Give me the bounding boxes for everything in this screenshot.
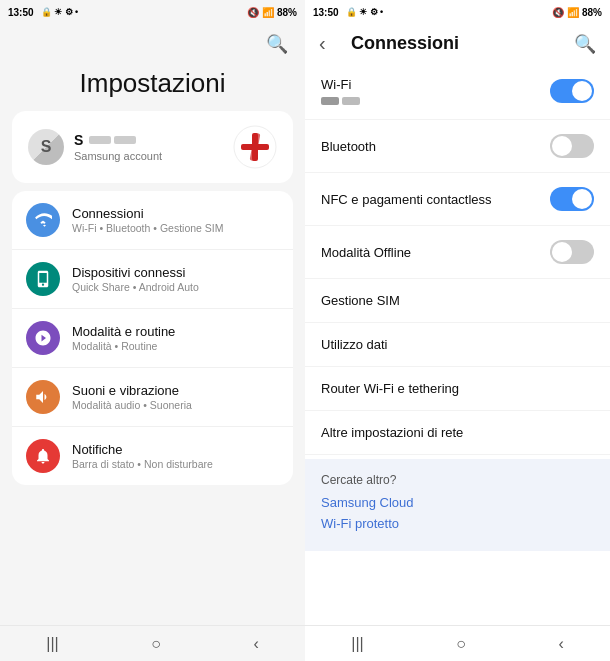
account-info: S S Samsung account <box>28 129 162 165</box>
signal-wifi-left: 📶 <box>262 7 274 18</box>
right-title: Connessioni <box>347 33 574 54</box>
router-label: Router Wi-Fi e tethering <box>321 381 459 396</box>
account-text: S Samsung account <box>74 132 162 162</box>
account-label: Samsung account <box>74 150 162 162</box>
wifi-bar-1 <box>321 97 339 105</box>
menu-item-connessioni[interactable]: Connessioni Wi-Fi • Bluetooth • Gestione… <box>12 191 293 250</box>
dot-2 <box>114 136 136 144</box>
cercate-link-wifi[interactable]: Wi-Fi protetto <box>321 516 594 531</box>
right-status-icons: 🔒 ☀ ⚙ • <box>346 7 384 17</box>
left-search-button[interactable]: 🔍 <box>261 28 293 60</box>
bluetooth-label: Bluetooth <box>321 139 376 154</box>
right-panel: 13:50 🔒 ☀ ⚙ • 🔇 📶 88% ‹ Connessioni 🔍 Wi… <box>305 0 610 661</box>
wifi-toggle[interactable] <box>550 79 594 103</box>
left-nav-home[interactable]: ○ <box>151 635 161 653</box>
right-nav-bar: ||| ○ ‹ <box>305 625 610 661</box>
dispositivi-icon <box>26 262 60 296</box>
dispositivi-subtitle: Quick Share • Android Auto <box>72 281 199 293</box>
account-dots <box>89 136 136 144</box>
bluetooth-item-left: Bluetooth <box>321 139 376 154</box>
nfc-item-left: NFC e pagamenti contactless <box>321 192 492 207</box>
right-search-button[interactable]: 🔍 <box>574 33 596 55</box>
offline-toggle[interactable] <box>550 240 594 264</box>
bluetooth-toggle[interactable] <box>550 134 594 158</box>
wifi-toggle-knob <box>572 81 592 101</box>
status-right-time: 13:50 🔒 ☀ ⚙ • <box>313 7 383 18</box>
suoni-text: Suoni e vibrazione Modalità audio • Suon… <box>72 383 192 411</box>
menu-item-modalita[interactable]: Modalità e routine Modalità • Routine <box>12 309 293 368</box>
wifi-item[interactable]: Wi-Fi <box>305 63 610 120</box>
sim-item[interactable]: Gestione SIM <box>305 279 610 323</box>
samsung-logo <box>233 125 277 169</box>
nfc-toggle-knob <box>572 189 592 209</box>
battery-right: 88% <box>582 7 602 18</box>
cercate-section: Cercate altro? Samsung Cloud Wi-Fi prote… <box>305 459 610 551</box>
wifi-bar-2 <box>342 97 360 105</box>
offline-item-left: Modalità Offline <box>321 245 411 260</box>
router-item[interactable]: Router Wi-Fi e tethering <box>305 367 610 411</box>
dispositivi-title: Dispositivi connessi <box>72 265 199 280</box>
menu-list: Connessioni Wi-Fi • Bluetooth • Gestione… <box>12 191 293 485</box>
menu-item-suoni[interactable]: Suoni e vibrazione Modalità audio • Suon… <box>12 368 293 427</box>
nfc-item[interactable]: NFC e pagamenti contactless <box>305 173 610 226</box>
connections-list: Wi-Fi Bluetooth NFC e pagamenti contac <box>305 63 610 625</box>
left-nav-menu[interactable]: ||| <box>46 635 58 653</box>
suoni-title: Suoni e vibrazione <box>72 383 192 398</box>
connessioni-icon <box>26 203 60 237</box>
battery-left: 88% <box>277 7 297 18</box>
right-nav-menu[interactable]: ||| <box>351 635 363 653</box>
nfc-label: NFC e pagamenti contactless <box>321 192 492 207</box>
avatar: S <box>28 129 64 165</box>
menu-item-dispositivi[interactable]: Dispositivi connessi Quick Share • Andro… <box>12 250 293 309</box>
status-right-icons-left: 🔇 📶 88% <box>247 7 297 18</box>
signal-mute-right: 🔇 <box>552 7 564 18</box>
status-bar-left: 13:50 🔒 ☀ ⚙ • 🔇 📶 88% <box>0 0 305 24</box>
back-button[interactable]: ‹ <box>319 32 347 55</box>
time-left: 13:50 <box>8 7 34 18</box>
nfc-toggle[interactable] <box>550 187 594 211</box>
left-title: Impostazioni <box>0 64 305 111</box>
modalita-icon <box>26 321 60 355</box>
notifiche-icon <box>26 439 60 473</box>
cercate-title: Cercate altro? <box>321 473 594 487</box>
status-right-icons: 🔇 📶 88% <box>552 7 602 18</box>
offline-label: Modalità Offline <box>321 245 411 260</box>
bluetooth-item[interactable]: Bluetooth <box>305 120 610 173</box>
account-name-row: S <box>74 132 162 148</box>
signal-wifi-right: 📶 <box>567 7 579 18</box>
right-header: ‹ Connessioni 🔍 <box>305 24 610 63</box>
wifi-indicator <box>321 97 360 105</box>
dispositivi-text: Dispositivi connessi Quick Share • Andro… <box>72 265 199 293</box>
dot-1 <box>89 136 111 144</box>
modalita-text: Modalità e routine Modalità • Routine <box>72 324 175 352</box>
offline-toggle-knob <box>552 242 572 262</box>
right-nav-back[interactable]: ‹ <box>558 635 563 653</box>
status-bar-right: 13:50 🔒 ☀ ⚙ • 🔇 📶 88% <box>305 0 610 24</box>
modalita-title: Modalità e routine <box>72 324 175 339</box>
left-icons: 🔒 ☀ ⚙ • <box>41 7 79 17</box>
left-nav-bar: ||| ○ ‹ <box>0 625 305 661</box>
offline-item[interactable]: Modalità Offline <box>305 226 610 279</box>
modalita-subtitle: Modalità • Routine <box>72 340 175 352</box>
notifiche-title: Notifiche <box>72 442 213 457</box>
wifi-item-left: Wi-Fi <box>321 77 360 105</box>
notifiche-subtitle: Barra di stato • Non disturbare <box>72 458 213 470</box>
left-search-row: 🔍 <box>0 24 305 64</box>
altre-item[interactable]: Altre impostazioni di rete <box>305 411 610 455</box>
left-nav-back[interactable]: ‹ <box>253 635 258 653</box>
right-nav-home[interactable]: ○ <box>456 635 466 653</box>
status-left-icons: 13:50 🔒 ☀ ⚙ • <box>8 7 78 18</box>
account-section[interactable]: S S Samsung account <box>12 111 293 183</box>
altre-label: Altre impostazioni di rete <box>321 425 463 440</box>
dati-item[interactable]: Utilizzo dati <box>305 323 610 367</box>
cercate-link-samsung[interactable]: Samsung Cloud <box>321 495 594 510</box>
wifi-label: Wi-Fi <box>321 77 360 92</box>
bluetooth-toggle-knob <box>552 136 572 156</box>
connessioni-title: Connessioni <box>72 206 224 221</box>
time-right: 13:50 <box>313 7 339 18</box>
connessioni-text: Connessioni Wi-Fi • Bluetooth • Gestione… <box>72 206 224 234</box>
menu-item-notifiche[interactable]: Notifiche Barra di stato • Non disturbar… <box>12 427 293 485</box>
left-panel: 13:50 🔒 ☀ ⚙ • 🔇 📶 88% 🔍 Impostazioni S S <box>0 0 305 661</box>
notifiche-text: Notifiche Barra di stato • Non disturbar… <box>72 442 213 470</box>
suoni-icon <box>26 380 60 414</box>
